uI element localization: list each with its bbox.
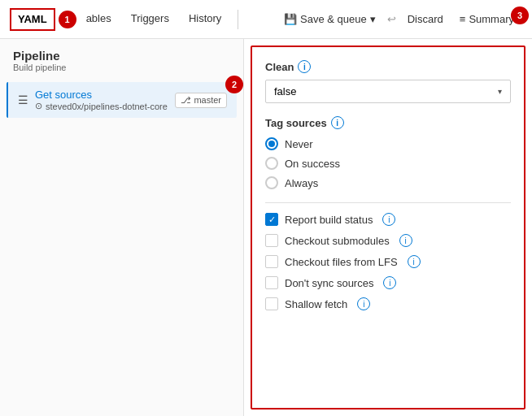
report-build-status-info-icon[interactable]: i	[382, 213, 395, 226]
chevron-down-icon: ▾	[498, 87, 502, 96]
clean-value: false	[274, 85, 296, 98]
clean-select[interactable]: false ▾	[265, 80, 511, 103]
source-item[interactable]: ☰ Get sources ⊙ steved0x/pipelines-dotne…	[7, 82, 237, 118]
tag-sources-info-icon[interactable]: i	[331, 116, 344, 129]
summary-button[interactable]: ≡ Summary 3	[451, 13, 522, 25]
tab-triggers[interactable]: Triggers	[121, 0, 179, 39]
checkbox-dont-sync-sources[interactable]: Don't sync sources i	[265, 276, 511, 289]
menu-icon: ≡	[460, 13, 466, 25]
checkbox-report-build-status[interactable]: Report build status i	[265, 213, 511, 226]
branch-icon: ⎇	[181, 95, 191, 106]
tag-sources-title: Tag sources i	[265, 116, 511, 129]
radio-never-circle	[265, 137, 278, 150]
badge-3: 3	[511, 6, 529, 24]
checkout-submodules-info-icon[interactable]: i	[399, 234, 412, 247]
dont-sync-sources-label: Don't sync sources	[285, 277, 373, 289]
badge-1: 1	[59, 11, 76, 28]
radio-always-label: Always	[285, 177, 318, 189]
tab-ables[interactable]: ables	[76, 0, 121, 39]
checkbox-group: Report build status i Checkout submodule…	[265, 213, 511, 310]
report-build-status-label: Report build status	[285, 214, 373, 226]
top-nav: YAML 1 ables Triggers History 💾 Save & q…	[0, 0, 532, 39]
tab-history[interactable]: History	[179, 0, 231, 39]
radio-never-label: Never	[285, 138, 313, 150]
source-branch[interactable]: ⎇ master	[175, 93, 227, 108]
checkbox-shallow-fetch-box	[265, 297, 278, 310]
divider	[265, 202, 511, 203]
summary-label: Summary	[469, 13, 514, 25]
badge-2: 2	[225, 76, 243, 93]
tab-yaml[interactable]: YAML	[10, 8, 55, 31]
pipeline-name: Pipeline	[13, 49, 230, 63]
left-panel: Pipeline Build pipeline ☰ Get sources ⊙ …	[0, 39, 244, 416]
discard-label: Discard	[408, 13, 443, 25]
radio-on-success-circle	[265, 157, 278, 170]
checkbox-shallow-fetch[interactable]: Shallow fetch i	[265, 297, 511, 310]
dont-sync-sources-info-icon[interactable]: i	[383, 276, 396, 289]
nav-divider	[238, 10, 238, 29]
radio-always-circle	[265, 176, 278, 189]
shallow-fetch-label: Shallow fetch	[285, 298, 347, 310]
source-icon: ☰	[18, 93, 28, 106]
radio-always[interactable]: Always	[265, 176, 511, 189]
pipeline-title: Pipeline Build pipeline	[0, 49, 243, 79]
save-queue-button[interactable]: 💾 Save & queue ▾	[276, 13, 384, 25]
checkbox-report-build-status-box	[265, 213, 278, 226]
checkout-files-lfs-label: Checkout files from LFS	[285, 256, 398, 268]
discard-button[interactable]: Discard	[399, 13, 451, 25]
checkout-submodules-label: Checkout submodules	[285, 235, 390, 247]
radio-on-success-label: On success	[285, 158, 340, 170]
main-content: Pipeline Build pipeline ☰ Get sources ⊙ …	[0, 39, 532, 416]
clean-label: Clean	[265, 61, 294, 73]
radio-on-success[interactable]: On success	[265, 157, 511, 170]
source-name: Get sources	[35, 89, 168, 101]
checkout-files-lfs-info-icon[interactable]: i	[408, 255, 421, 268]
save-icon: 💾	[284, 13, 297, 25]
clean-info-icon[interactable]: i	[298, 60, 311, 73]
chevron-down-icon: ▾	[370, 13, 376, 25]
shallow-fetch-info-icon[interactable]: i	[357, 297, 370, 310]
radio-never[interactable]: Never	[265, 137, 511, 150]
radio-group: Never On success Always	[265, 137, 511, 189]
source-info: Get sources ⊙ steved0x/pipelines-dotnet-…	[35, 89, 168, 111]
source-repo: ⊙ steved0x/pipelines-dotnet-core	[35, 101, 168, 111]
undo-icon: ↩	[387, 13, 396, 25]
save-queue-label: Save & queue	[300, 13, 367, 25]
checkbox-checkout-submodules-box	[265, 234, 278, 247]
checkbox-checkout-submodules[interactable]: Checkout submodules i	[265, 234, 511, 247]
pipeline-subtitle: Build pipeline	[13, 63, 230, 72]
checkbox-checkout-files-lfs[interactable]: Checkout files from LFS i	[265, 255, 511, 268]
repo-icon: ⊙	[35, 101, 42, 111]
clean-label-row: Clean i	[265, 60, 511, 73]
checkbox-dont-sync-sources-box	[265, 276, 278, 289]
checkbox-checkout-files-lfs-box	[265, 255, 278, 268]
right-panel: Clean i false ▾ Tag sources i Never On s…	[251, 46, 525, 410]
